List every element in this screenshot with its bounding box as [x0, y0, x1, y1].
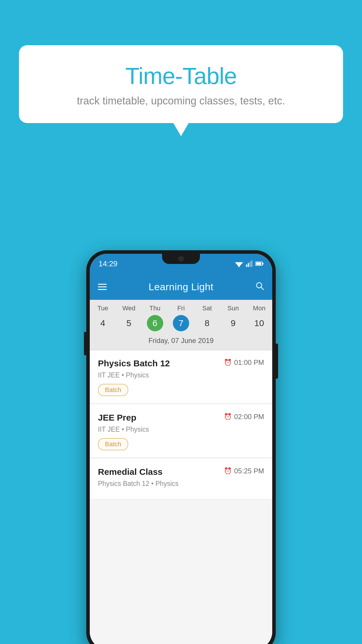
- notch-camera: [178, 256, 184, 261]
- day-number: 8: [199, 315, 215, 331]
- tooltip-subtitle: track timetable, upcoming classes, tests…: [34, 95, 328, 107]
- day-number: 4: [95, 315, 111, 331]
- clock-icon: ⏰: [224, 359, 232, 366]
- class-time-text: 02:00 PM: [234, 413, 264, 421]
- svg-rect-9: [256, 262, 261, 265]
- day-name: Wed: [122, 304, 136, 312]
- class-meta: IIT JEE • Physics: [98, 371, 264, 379]
- tooltip-title: Time-Table: [34, 63, 328, 90]
- phone-screen: 14:29: [90, 254, 272, 644]
- class-time: ⏰ 01:00 PM: [224, 358, 264, 367]
- status-bar: 14:29: [90, 254, 272, 274]
- day-name: Sun: [227, 304, 239, 312]
- day-name: Tue: [97, 304, 108, 312]
- class-time-text: 05:25 PM: [234, 467, 264, 475]
- phone-frame: 14:29: [86, 250, 276, 644]
- day-name: Thu: [150, 304, 161, 312]
- app-bar: Learning Light: [90, 274, 272, 300]
- class-name: Physics Batch 12: [98, 358, 224, 368]
- tooltip-card: Time-Table track timetable, upcoming cla…: [19, 45, 343, 123]
- clock-icon: ⏰: [224, 467, 232, 475]
- wifi-icon: [235, 260, 243, 267]
- calendar-selected-date: Friday, 07 June 2019: [90, 334, 272, 350]
- svg-rect-3: [246, 265, 247, 267]
- class-time: ⏰ 02:00 PM: [224, 413, 264, 421]
- day-col-sat[interactable]: Sat8: [195, 304, 219, 331]
- day-name: Sat: [202, 304, 212, 312]
- day-number: 10: [251, 315, 267, 331]
- battery-icon: [255, 261, 263, 266]
- day-col-wed[interactable]: Wed5: [117, 304, 140, 331]
- class-item-1[interactable]: JEE Prep ⏰ 02:00 PM IIT JEE • Physics Ba…: [90, 405, 272, 458]
- day-col-tue[interactable]: Tue4: [91, 304, 115, 331]
- svg-rect-5: [249, 262, 251, 267]
- class-item-2[interactable]: Remedial Class ⏰ 05:25 PM Physics Batch …: [90, 459, 272, 500]
- class-time: ⏰ 05:25 PM: [224, 467, 264, 475]
- notch: [162, 254, 200, 264]
- class-meta: Physics Batch 12 • Physics: [98, 480, 264, 488]
- clock-icon: ⏰: [224, 413, 232, 421]
- batch-badge: Batch: [98, 384, 128, 396]
- svg-rect-4: [248, 263, 249, 267]
- svg-line-11: [261, 287, 263, 290]
- day-col-sun[interactable]: Sun9: [222, 304, 245, 331]
- svg-rect-8: [262, 263, 263, 265]
- day-col-thu[interactable]: Thu6: [143, 304, 167, 331]
- class-time-text: 01:00 PM: [234, 358, 264, 367]
- app-bar-title: Learning Light: [149, 281, 214, 293]
- class-item-header: Remedial Class ⏰ 05:25 PM: [98, 467, 264, 477]
- class-name: Remedial Class: [98, 467, 224, 477]
- day-col-mon[interactable]: Mon10: [247, 304, 271, 331]
- calendar-week-header: Tue4Wed5Thu6Fri7Sat8Sun9Mon10: [90, 300, 272, 334]
- status-time: 14:29: [99, 259, 117, 268]
- batch-badge: Batch: [98, 438, 128, 450]
- class-name: JEE Prep: [98, 413, 224, 423]
- day-number: 6: [147, 315, 163, 331]
- class-item-header: Physics Batch 12 ⏰ 01:00 PM: [98, 358, 264, 368]
- classes-list: Physics Batch 12 ⏰ 01:00 PM IIT JEE • Ph…: [90, 350, 272, 644]
- svg-rect-6: [251, 260, 252, 267]
- day-number: 7: [173, 315, 189, 331]
- class-item-0[interactable]: Physics Batch 12 ⏰ 01:00 PM IIT JEE • Ph…: [90, 350, 272, 403]
- signal-icon: [246, 260, 252, 267]
- day-name: Mon: [253, 304, 266, 312]
- day-number: 9: [225, 315, 241, 331]
- class-item-header: JEE Prep ⏰ 02:00 PM: [98, 413, 264, 423]
- status-icons: [235, 260, 263, 267]
- day-number: 5: [121, 315, 137, 331]
- hamburger-menu-button[interactable]: [98, 284, 107, 290]
- search-button[interactable]: [255, 281, 264, 292]
- day-name: Fri: [177, 304, 185, 312]
- day-col-fri[interactable]: Fri7: [169, 304, 193, 331]
- class-meta: IIT JEE • Physics: [98, 426, 264, 433]
